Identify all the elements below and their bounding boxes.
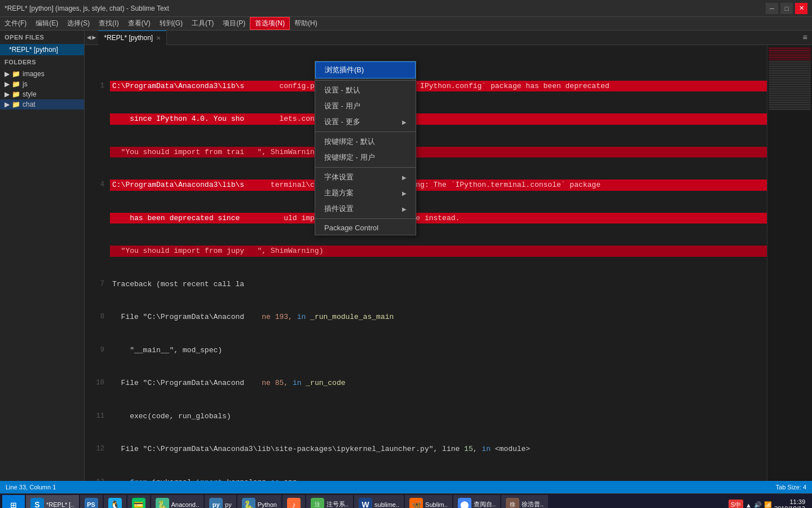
taskbar-py[interactable]: py py: [205, 495, 236, 509]
tray-volume-icon[interactable]: 🔊: [754, 501, 762, 508]
cursor-position: Line 33, Column 1: [6, 484, 56, 491]
window-title: *REPL* [python] (images, js, style, chat…: [5, 5, 766, 12]
sidebar-folder-js[interactable]: ▶ 📁 js: [0, 79, 84, 89]
wechat-taskbar-icon: 💳: [132, 498, 145, 509]
menu-browse-packages[interactable]: 浏览插件(B): [315, 62, 416, 78]
menu-find[interactable]: 查找(I): [94, 17, 123, 30]
taskbar-sublime2-label: sublime..: [374, 501, 399, 508]
taskbar-xu-label: 徐浩普..: [522, 500, 544, 508]
windows-logo-icon: ⊞: [11, 499, 17, 509]
taskbar-xu[interactable]: 徐 徐浩普..: [501, 495, 548, 509]
tray-time-display: 11:39: [774, 498, 805, 505]
sidebar-open-file-repl[interactable]: *REPL* [python]: [0, 44, 84, 55]
editor-content: 1 C:\ProgramData\Anaconda3\lib\s config.…: [85, 45, 767, 481]
taskbar-chrome[interactable]: ⬤ 查阅自..: [453, 495, 500, 509]
taskbar: ⊞ S *REPL* [.. PS 🐧 💳 🐍 Anacond.. py py …: [0, 493, 812, 508]
menu-settings-default[interactable]: 设置 - 默认: [315, 82, 416, 98]
folders-title: FOLDERS: [0, 55, 84, 69]
tab-repl-python[interactable]: *REPL* [python] ✕: [98, 30, 167, 45]
tray-network-icon[interactable]: 📶: [764, 501, 772, 508]
menu-edit[interactable]: 编辑(E): [31, 17, 63, 30]
menu-file[interactable]: 文件(F): [0, 17, 31, 30]
taskbar-photoshop[interactable]: PS: [80, 495, 103, 509]
menu-select[interactable]: 选择(S): [63, 17, 94, 30]
menu-help[interactable]: 帮助(H): [290, 17, 322, 30]
close-button[interactable]: ✕: [795, 3, 807, 14]
xu-taskbar-icon: 徐: [506, 498, 519, 509]
tab-arrow-right[interactable]: ▶: [92, 33, 96, 42]
menu-separator-3: [315, 167, 416, 168]
menu-font-settings[interactable]: 字体设置 ▶: [315, 169, 416, 185]
editor-line-8: 8 File "C:\ProgramData\Anacond ne 193, i…: [85, 312, 767, 323]
qq-taskbar-icon: 🐧: [108, 498, 122, 509]
menu-preferences[interactable]: 首选项(N): [250, 17, 290, 30]
sidebar-folder-images[interactable]: ▶ 📁 images: [0, 69, 84, 79]
tabs-bar: ◀ ▶ *REPL* [python] ✕ ≡: [85, 30, 812, 45]
taskbar-anaconda[interactable]: 🐍 Anacond..: [151, 495, 204, 509]
menu-settings-user[interactable]: 设置 - 用户: [315, 98, 416, 114]
taskbar-wechat[interactable]: 💳: [127, 495, 150, 509]
tab-menu-button[interactable]: ≡: [798, 33, 812, 42]
menu-separator-4: [315, 218, 416, 219]
menu-project[interactable]: 项目(P): [218, 17, 250, 30]
sidebar-folder-style[interactable]: ▶ 📁 style: [0, 89, 84, 99]
tab-label: *REPL* [python]: [104, 34, 153, 42]
taskbar-sublime2[interactable]: W sublime..: [354, 495, 404, 509]
sidebar-folder-chat[interactable]: ▶ 📁 chat: [0, 99, 84, 110]
minimap: [767, 45, 812, 481]
tray-arrow-icon[interactable]: ▲: [745, 502, 752, 509]
submenu-arrow-icon: ▶: [402, 119, 407, 125]
editor-line-5: has been deprecated since uld import fro…: [85, 213, 767, 224]
folder-arrow-icon: ▶: [5, 90, 10, 98]
editor-line-10: 10 File "C:\ProgramData\Anacond ne 85, i…: [85, 378, 767, 389]
taskbar-sublime-label: *REPL* [..: [46, 501, 74, 508]
editor-line-11: 11 exec(code, run_globals): [85, 411, 767, 422]
editor-area[interactable]: 1 C:\ProgramData\Anaconda3\lib\s config.…: [85, 45, 767, 481]
folder-arrow-icon: ▶: [5, 70, 10, 78]
zuhaox-taskbar-icon: 注: [311, 498, 324, 509]
taskbar-chrome-label: 查阅自..: [474, 500, 496, 508]
preferences-dropdown-menu: 浏览插件(B) 设置 - 默认 设置 - 用户 设置 - 更多 ▶ 按键绑定 -…: [315, 61, 416, 235]
taskbar-qq[interactable]: 🐧: [104, 495, 126, 509]
sublimeb-taskbar-icon: 🦋: [409, 498, 423, 509]
folder-icon: 📁: [12, 70, 20, 78]
taskbar-sublime[interactable]: S *REPL* [..: [26, 495, 79, 509]
menu-plugin-settings[interactable]: 插件设置 ▶: [315, 201, 416, 217]
sidebar: OPEN FILES *REPL* [python] FOLDERS ▶ 📁 i…: [0, 30, 85, 481]
menu-package-control[interactable]: Package Control: [315, 221, 416, 235]
taskbar-qqmusic[interactable]: ♪: [283, 495, 305, 509]
tab-arrow-left[interactable]: ◀: [87, 33, 91, 42]
taskbar-tray: S中 ▲ 🔊 📶 11:39 2018/10/12: [724, 498, 810, 509]
chrome-taskbar-icon: ⬤: [458, 498, 471, 509]
menu-tools[interactable]: 工具(T): [187, 17, 218, 30]
tab-close-icon[interactable]: ✕: [156, 35, 161, 41]
taskbar-python[interactable]: 🐍 Python: [237, 495, 281, 509]
minimize-button[interactable]: ─: [766, 3, 778, 14]
start-button[interactable]: ⊞: [2, 495, 25, 509]
editor-line-12: 12 File "C:\ProgramData\Anaconda3\lib\si…: [85, 444, 767, 455]
editor-line-1: 1 C:\ProgramData\Anaconda3\lib\s config.…: [85, 81, 767, 92]
taskbar-py-label: py: [225, 501, 232, 508]
maximize-button[interactable]: □: [780, 3, 793, 14]
submenu-arrow-icon-2: ▶: [402, 174, 407, 181]
menu-theme[interactable]: 主题方案 ▶: [315, 185, 416, 201]
ps-taskbar-icon: PS: [85, 498, 98, 509]
editor-line-7: 7 Traceback (most recent call la: [85, 279, 767, 290]
editor-line-4: 4 C:\ProgramData\Anaconda3\lib\s termina…: [85, 179, 767, 191]
anaconda-taskbar-icon: 🐍: [156, 498, 169, 509]
python-taskbar-icon: 🐍: [242, 498, 255, 509]
menu-goto[interactable]: 转到(G): [155, 17, 187, 30]
menu-settings-more[interactable]: 设置 - 更多 ▶: [315, 114, 416, 130]
menu-keybindings-default[interactable]: 按键绑定 - 默认: [315, 134, 416, 150]
tab-scroll-arrows[interactable]: ◀ ▶: [85, 33, 98, 42]
folder-arrow-icon: ▶: [5, 80, 10, 88]
editor-line-13: 13 from ipykernel import kernelapp as ap…: [85, 477, 767, 481]
taskbar-zuhaox[interactable]: 注 注号系..: [306, 495, 353, 509]
editor-line-3: "You should import from trai ", ShimWarn…: [85, 147, 767, 158]
tray-clock[interactable]: 11:39 2018/10/12: [774, 498, 805, 509]
taskbar-sublimeb[interactable]: 🦋 Sublim..: [405, 495, 452, 509]
title-bar: *REPL* [python] (images, js, style, chat…: [0, 0, 812, 17]
menu-keybindings-user[interactable]: 按键绑定 - 用户: [315, 150, 416, 165]
menu-view[interactable]: 查看(V): [123, 17, 155, 30]
status-bar: Line 33, Column 1 Tab Size: 4: [0, 481, 812, 493]
